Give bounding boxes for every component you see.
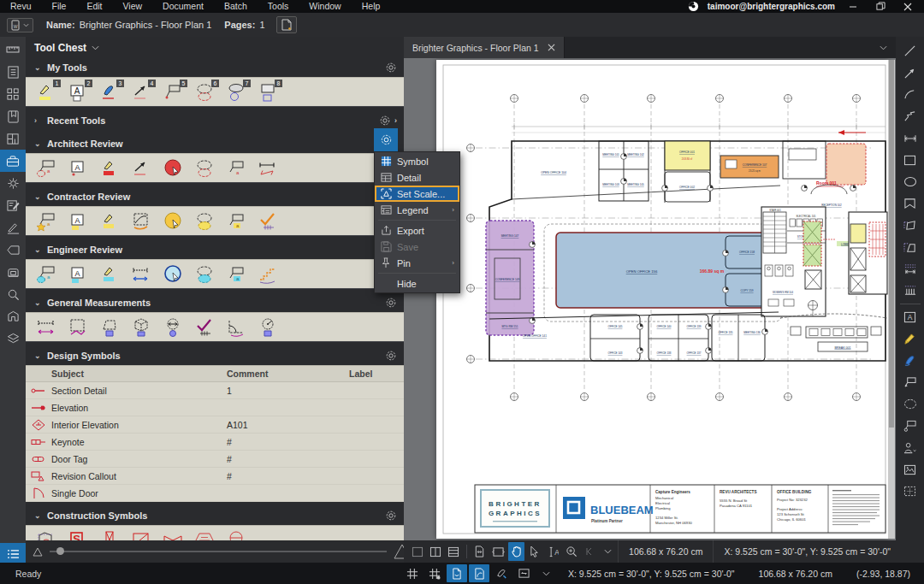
tool-text-box-cyan[interactable]: A [66,263,90,286]
menu-tools[interactable]: Tools [258,0,299,13]
chevron-right-icon[interactable]: › [394,116,397,125]
slider-thumb[interactable] [56,547,64,555]
menu-item-detail[interactable]: Detail [375,169,459,186]
section-engineer-review[interactable]: ⌄ Engineer Review [26,240,404,259]
yellow-cell-highlight[interactable] [850,224,866,243]
cloud-callout-tool-icon[interactable] [896,416,924,438]
text-tool-icon[interactable]: A [896,306,924,328]
tab-list-chevron-icon[interactable] [880,45,896,50]
tool-stairs-orange[interactable] [256,263,280,286]
tool-ellipse[interactable]: 7 [224,81,248,103]
tool-highlighter-cyan[interactable] [98,263,121,286]
close-button[interactable] [898,1,917,12]
recent-tools-gear-icon[interactable]: › [379,115,397,127]
file-access-panel-icon[interactable] [0,61,26,83]
split-horizontal-icon[interactable] [446,542,462,561]
section-contractor-review[interactable]: ⌄ Contractor Review [26,187,404,206]
architect-review-gear-button[interactable] [374,128,398,151]
tool-measure-diameter[interactable] [161,316,185,339]
select-tool-icon[interactable] [526,542,542,561]
col-comment[interactable]: Comment [227,369,349,379]
section-my-tools[interactable]: ⌄ My Tools [26,58,404,77]
panels-grid-icon[interactable] [0,83,26,105]
tool-text-box-yellow[interactable]: A [66,210,90,233]
snap-toggle-icon[interactable] [424,564,445,582]
pan-tool-icon[interactable] [508,542,524,561]
arrow-tool-icon[interactable] [896,62,924,85]
menu-batch[interactable]: Batch [214,0,258,13]
measure-polygon-tool-icon[interactable] [896,215,924,237]
dimension-tool-icon[interactable] [896,127,924,150]
area-measurement-label[interactable]: 166.89 sq m [700,268,725,274]
polygon-tool-icon[interactable] [896,193,924,215]
line-tool-icon[interactable] [896,40,924,62]
thumbnails-panel-icon[interactable] [0,127,26,150]
signatures-panel-icon[interactable] [0,216,26,239]
account-email[interactable]: taimoor@brightergraphics.com [708,2,835,11]
tool-dimension-red[interactable] [256,157,280,180]
split-vertical-icon[interactable] [427,542,443,561]
tool-highlighter[interactable]: 1 [34,81,58,103]
section-construction-symbols[interactable]: ⌄ Construction Symbols [26,506,404,525]
page-scale[interactable]: X: 9.525 cm = 30'-0", Y: 9.525 cm = 30'-… [713,540,901,563]
section-general-measurements[interactable]: ⌄ General Measurements [26,293,404,312]
tool-cloud-red[interactable] [192,157,216,180]
menu-view[interactable]: View [113,0,153,13]
tool-callout-cyan[interactable]: a [224,263,248,286]
menu-item-set-scale[interactable]: Set Scale... [375,186,459,202]
previous-view-icon[interactable] [581,542,597,561]
tool-circle-yellow[interactable] [161,210,185,233]
section-architect-review[interactable]: ⌄ Architect Review [26,134,404,153]
markup-list-toggle-icon[interactable] [0,543,26,564]
properties-panel-icon[interactable] [0,172,26,194]
tool-measure-length[interactable] [34,316,58,339]
tool-chest-title[interactable]: Tool Chest [26,37,404,58]
tool-circle-red[interactable] [161,157,185,180]
tool-cloud-cyan[interactable] [192,263,216,286]
bookmarks-panel-icon[interactable] [0,105,26,127]
tool-text-box[interactable]: A2 [66,81,90,103]
single-page-view-icon[interactable] [409,542,425,561]
tool-measure-angle[interactable] [224,316,248,339]
table-row-revision-callout[interactable]: Revision Callout # [26,468,404,485]
menu-window[interactable]: Window [299,0,351,13]
tool-cloud-yellow[interactable] [192,210,216,233]
tool-text-box-red[interactable]: A [66,157,90,180]
status-scale[interactable]: X: 9.525 cm = 30'-0", Y: 9.525 cm = 30'-… [556,569,747,579]
callout-tool-icon[interactable] [896,372,924,394]
page-dimensions[interactable]: 106.68 x 76.20 cm [618,540,713,563]
tool-callout[interactable]: 5 [161,81,185,103]
grid-toggle-icon[interactable] [402,564,423,582]
document-snap-icon[interactable] [447,564,467,582]
tool-chest-panel-icon[interactable] [0,150,26,172]
tool-highlighter-yellow[interactable] [98,210,121,233]
my-tools-gear-icon[interactable] [385,62,397,74]
close-icon[interactable] [548,44,555,51]
vertical-scrollbar[interactable] [888,60,895,539]
tool-arrow[interactable]: 4 [129,81,153,103]
tool-cloud-callout-cyan[interactable]: a [34,263,58,286]
menu-document[interactable]: Document [152,0,214,13]
markups-list-panel-icon[interactable] [0,194,26,216]
minimize-button[interactable] [844,1,862,12]
menu-edit[interactable]: Edit [76,0,112,13]
col-label[interactable]: Label [349,369,400,379]
document-tab[interactable]: Brighter Graphics - Floor Plan 1 [404,37,565,58]
plotter-panel-icon[interactable] [0,261,26,283]
tool-cloud[interactable]: 6 [192,81,216,103]
scrollbar-thumb[interactable] [889,60,894,428]
tool-rectangle[interactable]: 8 [256,81,280,103]
section-design-symbols[interactable]: ⌄ Design Symbols [26,346,404,365]
menu-item-legend[interactable]: Legend › [375,202,459,218]
fit-width-icon[interactable] [489,542,506,561]
menu-file[interactable]: File [42,0,77,13]
measure-area-tool-icon[interactable] [896,237,924,259]
document-workspace[interactable]: OPEN OFFICE 104 MEETING 101 MEETING 102 … [404,58,896,540]
cloud-tool-icon[interactable] [896,393,924,416]
design-symbols-gear-icon[interactable] [385,350,397,362]
tool-highlighter-red[interactable] [98,157,121,180]
table-row-door-tag[interactable]: Door Tag # [26,451,404,468]
spaces-panel-icon[interactable] [0,239,26,261]
table-row-section-detail[interactable]: Section Detail 1 [26,382,404,399]
layers-panel-icon[interactable] [0,327,26,350]
